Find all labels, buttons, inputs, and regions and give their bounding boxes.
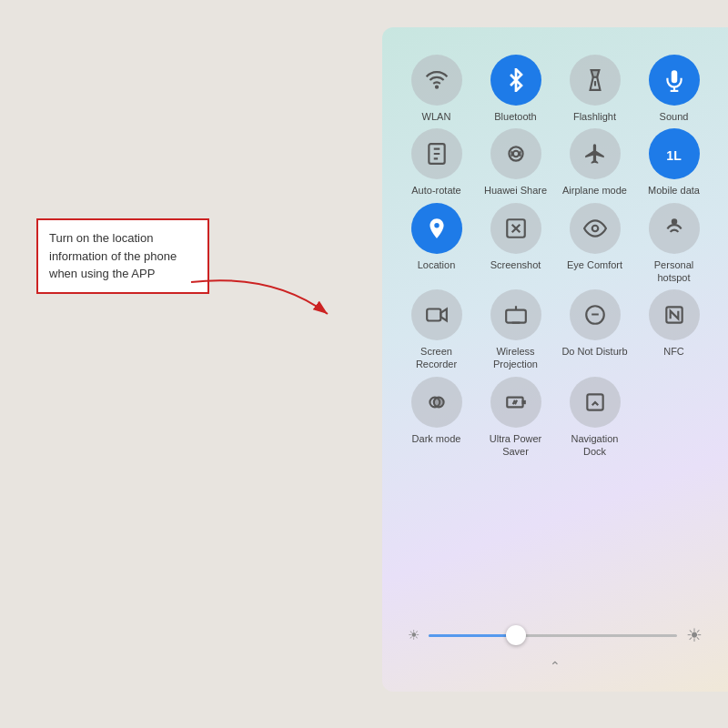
mobile-data-icon-circle: 1L: [649, 128, 700, 179]
screen-recorder-label: Screen Recorder: [400, 345, 472, 371]
wireless-projection-label: Wireless Projection: [480, 345, 551, 371]
auto-rotate-icon-circle: [411, 128, 462, 179]
svg-point-11: [672, 219, 675, 223]
eye-comfort-icon-circle: [570, 203, 621, 254]
qs-item-bluetooth[interactable]: Bluetooth: [480, 55, 551, 123]
airplane-mode-label: Airplane mode: [562, 184, 627, 197]
svg-point-1: [435, 86, 437, 88]
flashlight-icon-circle: [570, 55, 621, 106]
airplane-icon-circle: [570, 128, 621, 179]
qs-item-huawei-share[interactable]: Huawei Share: [480, 128, 551, 197]
ultra-power-label: Ultra Power Saver: [480, 432, 551, 459]
nav-dock-label: Navigation Dock: [559, 432, 631, 459]
qs-item-ultra-power[interactable]: Ultra Power Saver: [480, 377, 551, 459]
qs-row-5: Dark mode Ultra Power Saver: [400, 377, 710, 459]
location-label: Location: [418, 258, 456, 271]
screenshot-icon-circle: [490, 203, 541, 254]
do-not-disturb-icon-circle: [570, 289, 621, 340]
sound-icon-circle: [649, 55, 700, 106]
sound-label: Sound: [660, 110, 689, 123]
dark-mode-icon-circle: [411, 377, 462, 428]
svg-rect-13: [506, 310, 526, 323]
do-not-disturb-label: Do Not Disturb: [561, 345, 627, 358]
annotation-text: Turn on the location information of the …: [49, 231, 177, 280]
phone-panel: WLAN Bluetooth: [382, 27, 728, 692]
qs-item-location[interactable]: Location: [400, 203, 472, 285]
eye-comfort-label: Eye Comfort: [567, 258, 622, 271]
location-icon-circle: [411, 203, 462, 254]
brightness-row: ☀ ☀: [400, 608, 710, 653]
flashlight-label: Flashlight: [573, 110, 616, 123]
qs-item-wlan[interactable]: WLAN: [400, 55, 472, 123]
swipe-indicator: ⌃: [400, 653, 710, 673]
svg-point-7: [512, 151, 519, 157]
qs-item-dark-mode[interactable]: Dark mode: [400, 377, 472, 459]
auto-rotate-label: Auto-rotate: [411, 184, 460, 197]
qs-row-2: Auto-rotate Huawei Share: [400, 128, 710, 197]
qs-item-airplane-mode[interactable]: Airplane mode: [559, 128, 631, 197]
qs-item-screenshot[interactable]: Screenshot: [480, 203, 551, 285]
huawei-share-icon-circle: [490, 128, 541, 179]
hotspot-icon-circle: [649, 203, 700, 254]
qs-item-nav-dock[interactable]: Navigation Dock: [559, 377, 631, 459]
qs-item-screen-recorder[interactable]: Screen Recorder: [400, 289, 472, 371]
outer-wrapper: Turn on the location information of the …: [0, 0, 728, 728]
mobile-data-label: Mobile data: [648, 184, 700, 197]
qs-empty-slot: [638, 377, 710, 459]
ultra-power-icon-circle: [490, 377, 541, 428]
nfc-label: NFC: [663, 345, 684, 358]
screenshot-label: Screenshot: [490, 258, 541, 271]
dark-mode-label: Dark mode: [412, 432, 461, 445]
brightness-fill: [429, 634, 516, 637]
nfc-icon-circle: [649, 289, 700, 340]
qs-item-personal-hotspot[interactable]: Personal hotspot: [638, 203, 710, 285]
qs-item-nfc[interactable]: NFC: [638, 289, 710, 371]
nav-dock-icon-circle: [570, 377, 621, 428]
svg-point-10: [592, 225, 598, 231]
annotation-box: Turn on the location information of the …: [36, 218, 209, 294]
bluetooth-icon-circle: [490, 55, 541, 106]
qs-item-wireless-projection[interactable]: Wireless Projection: [480, 289, 551, 371]
qs-item-sound[interactable]: Sound: [638, 55, 710, 123]
brightness-track[interactable]: [429, 634, 677, 637]
screen-recorder-icon-circle: [411, 289, 462, 340]
hotspot-label: Personal hotspot: [638, 258, 710, 285]
wireless-projection-icon-circle: [490, 289, 541, 340]
qs-item-mobile-data[interactable]: 1L Mobile data: [638, 128, 710, 197]
qs-item-do-not-disturb[interactable]: Do Not Disturb: [559, 289, 631, 371]
svg-rect-12: [427, 309, 440, 321]
brightness-max-icon: ☀: [686, 624, 703, 646]
svg-point-16: [433, 397, 443, 407]
qs-item-auto-rotate[interactable]: Auto-rotate: [400, 128, 472, 197]
wlan-label: WLAN: [422, 110, 451, 123]
bluetooth-label: Bluetooth: [494, 110, 536, 123]
qs-row-3: Location Screenshot: [400, 203, 710, 285]
swipe-chevron-icon: ⌃: [550, 659, 561, 673]
huawei-share-label: Huawei Share: [484, 184, 547, 197]
qs-row-4: Screen Recorder Wireless Projection: [400, 289, 710, 371]
wlan-icon-circle: [411, 55, 462, 106]
svg-text:1L: 1L: [666, 148, 682, 163]
qs-item-flashlight[interactable]: Flashlight: [559, 55, 631, 123]
qs-row-1: WLAN Bluetooth: [400, 55, 710, 123]
qs-item-eye-comfort[interactable]: Eye Comfort: [559, 203, 631, 285]
brightness-thumb[interactable]: [506, 625, 526, 645]
brightness-min-icon: ☀: [408, 627, 420, 643]
